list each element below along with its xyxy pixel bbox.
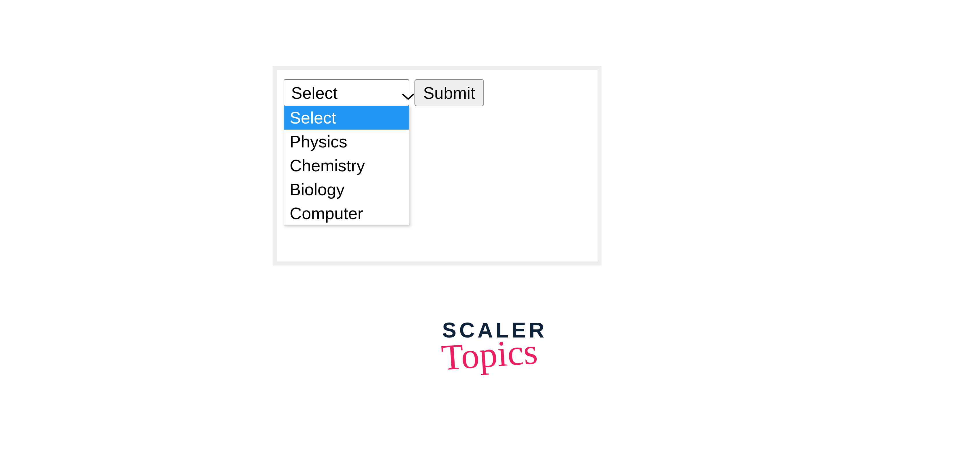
option-biology[interactable]: Biology	[284, 178, 409, 201]
option-select[interactable]: Select	[284, 106, 409, 130]
controls-row: Select Select Physics Chemistry Biology …	[284, 79, 590, 106]
form-panel: Select Select Physics Chemistry Biology …	[273, 66, 601, 265]
subject-select-wrapper: Select Select Physics Chemistry Biology …	[284, 79, 409, 106]
option-computer[interactable]: Computer	[284, 201, 409, 225]
logo-line-topics: Topics	[441, 336, 539, 373]
scaler-topics-logo: SCALER Topics	[402, 320, 587, 370]
subject-select-label: Select	[291, 83, 337, 103]
subject-select[interactable]: Select	[284, 79, 409, 106]
option-physics[interactable]: Physics	[284, 130, 409, 154]
subject-dropdown-list: Select Physics Chemistry Biology Compute…	[284, 106, 409, 225]
submit-button[interactable]: Submit	[414, 79, 484, 106]
option-chemistry[interactable]: Chemistry	[284, 154, 409, 178]
